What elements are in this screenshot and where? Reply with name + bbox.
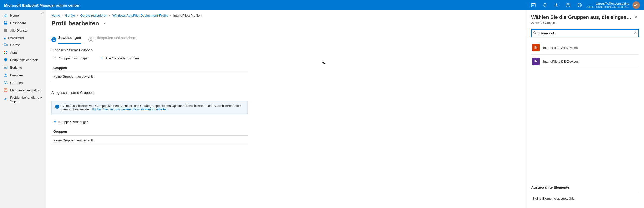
svg-rect-11 — [4, 53, 5, 54]
search-input[interactable] — [531, 29, 639, 37]
sidebar-item-label: Dashboard — [10, 21, 26, 25]
sidebar-item-label: Geräte — [10, 43, 20, 47]
user-org: SILLER.CONSULTING (SILLER.CO... — [587, 6, 629, 8]
sidebar-item-label: Home — [10, 14, 19, 17]
user-icon — [4, 73, 8, 77]
sidebar-item-reports[interactable]: Berichte — [0, 64, 46, 71]
crumb-home[interactable]: Home — [51, 14, 60, 17]
shield-icon — [4, 58, 8, 62]
wizard-step-review[interactable]: 2 Überprüfen und speichern — [88, 36, 136, 44]
info-link[interactable]: Klicken Sie hier, um weitere Information… — [92, 108, 168, 111]
reports-icon — [4, 65, 8, 70]
group-result-label: IntunePilots-DE-Devices — [543, 60, 579, 63]
selected-empty: Keine Elemente ausgewählt. — [531, 193, 639, 204]
help-icon[interactable] — [566, 3, 570, 7]
close-icon[interactable]: ✕ — [634, 14, 639, 20]
user-block[interactable]: aaron@siller.consulting SILLER.CONSULTIN… — [587, 2, 629, 8]
svg-point-15 — [4, 81, 5, 82]
sidebar-item-label: Benutzer — [10, 73, 23, 77]
sidebar-item-home[interactable]: Home — [0, 12, 46, 19]
selected-heading: Ausgewählte Elemente — [531, 180, 639, 189]
avatar[interactable]: AS — [632, 1, 640, 9]
svg-point-3 — [578, 3, 582, 7]
sidebar-item-label: Apps — [10, 51, 18, 54]
sidebar-item-label: Alle Dienste — [10, 29, 27, 32]
step-number-icon: 1 — [51, 37, 56, 42]
sidebar-item-label: Problembehandlung + Sup... — [10, 96, 43, 103]
svg-rect-6 — [4, 23, 7, 25]
sidebar-item-tenant[interactable]: Mandantenverwaltung — [0, 86, 46, 94]
dashboard-icon — [4, 21, 8, 25]
page-title: Profil bearbeiten — [51, 20, 99, 27]
group-badge-icon: IN — [532, 58, 540, 65]
apps-icon — [4, 50, 8, 54]
panel-subtitle: Azure AD-Gruppen — [531, 21, 639, 25]
sidebar-item-label: Berichte — [10, 66, 22, 70]
add-groups-label: Gruppen hinzufügen — [59, 120, 89, 124]
step-label: Zuweisungen — [58, 36, 81, 44]
tenant-icon — [4, 88, 8, 92]
feedback-icon[interactable] — [577, 3, 582, 7]
svg-rect-12 — [6, 53, 7, 54]
included-empty-row: Keine Gruppen ausgewählt — [51, 72, 248, 81]
sidebar-item-dashboard[interactable]: Dashboard — [0, 19, 46, 27]
crumb-autopilot[interactable]: Windows AutoPilot Deployment-Profile — [112, 14, 168, 17]
cloud-shell-icon[interactable] — [531, 3, 536, 7]
excluded-col-header: Gruppen — [51, 128, 248, 136]
app-title: Microsoft Endpoint Manager admin center — [4, 3, 80, 7]
add-groups-button[interactable]: Gruppen hinzufügen — [51, 55, 91, 61]
crumb-devices[interactable]: Geräte — [65, 14, 75, 17]
svg-rect-8 — [6, 44, 7, 46]
panel-title: Wählen Sie die Gruppen aus, die eingesch… — [531, 14, 634, 20]
included-col-header: Gruppen — [51, 64, 248, 72]
step-number-icon: 2 — [88, 37, 93, 42]
sidebar-item-services[interactable]: Alle Dienste — [0, 27, 46, 34]
plus-icon — [100, 56, 104, 60]
crumb-profile[interactable]: IntunePilotsProfile — [173, 14, 200, 17]
crumb-enroll[interactable]: Geräte registrieren — [80, 14, 107, 17]
sidebar-item-label: Endpunktsicherheit — [10, 58, 38, 62]
user-email: aaron@siller.consulting — [595, 2, 629, 5]
plus-icon — [53, 120, 57, 124]
settings-icon[interactable] — [554, 3, 559, 7]
svg-point-1 — [556, 5, 557, 6]
group-icon — [4, 81, 8, 85]
devices-icon — [4, 43, 8, 47]
svg-rect-0 — [531, 3, 535, 7]
sidebar-item-label: Mandantenverwaltung — [10, 88, 42, 92]
group-result-label: IntunePilots-All-Devices — [543, 46, 578, 50]
search-icon — [533, 31, 537, 36]
info-icon: i — [55, 105, 59, 109]
svg-point-19 — [534, 32, 536, 34]
sidebar-item-groups[interactable]: Gruppen — [0, 79, 46, 86]
sidebar-item-apps[interactable]: Apps — [0, 49, 46, 56]
notifications-icon[interactable] — [543, 3, 547, 7]
sidebar-favorites-heading: ★FAVORITEN — [0, 34, 46, 41]
svg-rect-5 — [6, 21, 7, 23]
sidebar-item-devices[interactable]: Geräte — [0, 41, 46, 49]
svg-point-14 — [5, 74, 6, 75]
group-badge-icon: IN — [532, 44, 540, 51]
sidebar-item-endpoint-security[interactable]: Endpunktsicherheit — [0, 56, 46, 64]
add-all-label: Alle Geräte hinzufügen — [106, 56, 139, 60]
search-results: IN IntunePilots-All-Devices IN IntunePil… — [531, 41, 639, 68]
sidebar-item-users[interactable]: Benutzer — [0, 71, 46, 79]
sidebar-item-label: Gruppen — [10, 81, 23, 85]
add-user-icon — [53, 56, 57, 60]
clear-search-icon[interactable]: ✕ — [634, 31, 637, 35]
sidebar-collapse-icon[interactable]: ≪ — [41, 12, 45, 15]
main-content: Home› Geräte› Geräte registrieren› Windo… — [46, 10, 644, 208]
group-result-item[interactable]: IN IntunePilots-DE-Devices — [531, 55, 639, 68]
svg-rect-4 — [4, 21, 5, 23]
add-excluded-groups-button[interactable]: Gruppen hinzufügen — [51, 119, 91, 125]
group-result-item[interactable]: IN IntunePilots-All-Devices — [531, 41, 639, 55]
add-all-devices-button[interactable]: Alle Geräte hinzufügen — [98, 55, 141, 61]
sidebar-item-troubleshoot[interactable]: Problembehandlung + Sup... — [0, 94, 46, 105]
home-icon — [4, 13, 8, 17]
svg-point-18 — [54, 57, 55, 58]
select-groups-panel: Wählen Sie die Gruppen aus, die eingesch… — [526, 10, 644, 208]
wizard-step-assignments[interactable]: 1 Zuweisungen — [51, 36, 81, 44]
top-bar: Microsoft Endpoint Manager admin center … — [0, 0, 644, 10]
list-icon — [4, 28, 8, 32]
more-actions-button[interactable]: ⋯ — [102, 21, 107, 26]
